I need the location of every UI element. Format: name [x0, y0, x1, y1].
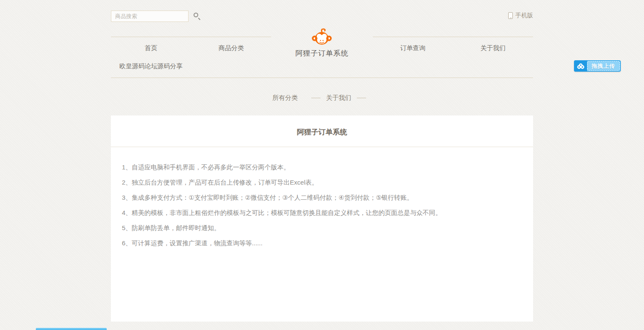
nav-row-1: 首页 商品分类 — [111, 37, 533, 58]
feature-item: 1、自适应电脑和手机界面，不必再多此一举区分两个版本。 — [122, 160, 522, 175]
nav-item-about[interactable]: 关于我们 — [453, 37, 533, 58]
search-input[interactable] — [111, 13, 192, 19]
bottom-edge-partial-widget[interactable] — [36, 328, 107, 330]
breadcrumb-all-categories[interactable]: 所有分类 — [272, 94, 298, 102]
mobile-version-link[interactable]: 手机版 — [508, 12, 533, 19]
breadcrumb-current-about[interactable]: 关于我们 — [326, 94, 351, 102]
nav-row-2: 欧皇源码论坛源码分享 — [111, 58, 533, 78]
monkey-logo-icon — [311, 28, 332, 46]
nav-item-home[interactable]: 首页 — [111, 37, 191, 58]
baidu-netdisk-upload-widget[interactable]: 拖拽上传 — [574, 60, 621, 72]
breadcrumb: 所有分类 关于我们 — [111, 94, 533, 102]
baidu-netdisk-icon — [574, 60, 587, 72]
main-nav: 首页 商品分类 — [111, 37, 533, 78]
magnifier-icon — [194, 13, 198, 17]
nav-col-order-query: 订单查询 — [373, 37, 453, 58]
nav-item-order-query[interactable]: 订单查询 — [373, 37, 453, 58]
mobile-version-label: 手机版 — [515, 12, 533, 19]
feature-item: 4、精美的模板，非市面上粗俗烂作的模板与之可比；模板可随意切换且能自定义样式，让… — [122, 205, 522, 220]
nav-col-about: 关于我们 — [453, 37, 533, 58]
phone-icon — [508, 12, 513, 19]
logo-title: 阿狸子订单系统 — [282, 48, 362, 58]
nav-col-logo: 阿狸子订单系统 — [271, 37, 372, 58]
dash-divider — [311, 98, 321, 98]
site-logo[interactable]: 阿狸子订单系统 — [282, 28, 362, 58]
drag-upload-label: 拖拽上传 — [587, 61, 620, 71]
feature-item: 6、可计算运费，设置推广渠道，物流查询等等...... — [122, 236, 522, 251]
product-search-box — [111, 11, 189, 22]
feature-list: 1、自适应电脑和手机界面，不必再多此一举区分两个版本。 2、独立后台方便管理，产… — [111, 147, 533, 268]
page-title: 阿狸子订单系统 — [111, 115, 533, 147]
page-container: 手机版 首页 商品分类 — [111, 0, 533, 322]
nav-item-categories[interactable]: 商品分类 — [191, 37, 271, 58]
feature-item: 2、独立后台方便管理，产品可在后台上传修改，订单可导出Excel表。 — [122, 175, 522, 190]
feature-item: 5、防刷单防丢单，邮件即时通知。 — [122, 220, 522, 236]
nav-col-categories: 商品分类 — [191, 37, 271, 58]
feature-item: 3、集成多种支付方式：①支付宝即时到账；②微信支付；③个人二维码付款；④货到付款… — [122, 190, 522, 205]
content-card: 阿狸子订单系统 1、自适应电脑和手机界面，不必再多此一举区分两个版本。 2、独立… — [111, 115, 533, 322]
nav-col-home: 首页 — [111, 37, 191, 58]
nav-item-forum[interactable]: 欧皇源码论坛源码分享 — [111, 58, 191, 78]
nav-col-forum: 欧皇源码论坛源码分享 — [111, 58, 191, 78]
dash-divider — [357, 98, 366, 98]
